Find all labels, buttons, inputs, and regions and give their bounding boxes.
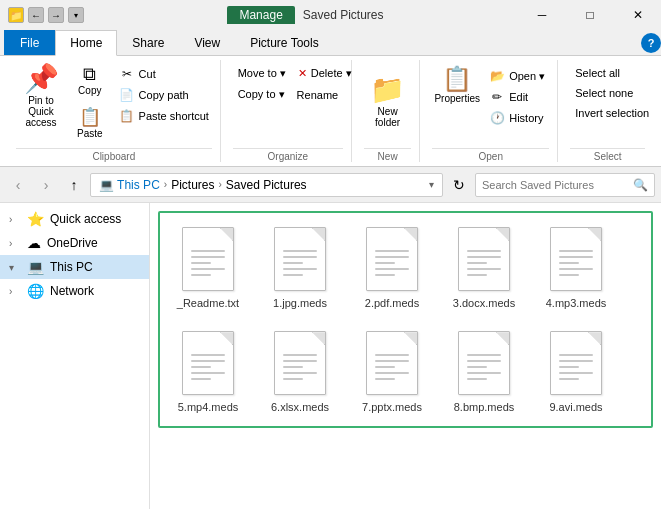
sidebar-item-network[interactable]: › 🌐 Network [0, 279, 149, 303]
sidebar-item-quick-access[interactable]: › ⭐ Quick access [0, 207, 149, 231]
file-name: 7.pptx.meds [362, 400, 422, 414]
file-line-4 [375, 268, 409, 270]
path-dropdown-icon[interactable]: ▾ [429, 179, 434, 190]
file-line-2 [191, 360, 225, 362]
file-line-4 [559, 268, 593, 270]
tab-picture-tools[interactable]: Picture Tools [235, 30, 333, 55]
file-line-5 [467, 274, 487, 276]
pin-button[interactable]: 📌 Pin to Quick access [16, 60, 66, 133]
network-label: Network [50, 284, 94, 298]
file-item[interactable]: 4.mp3.meds [532, 217, 620, 317]
close-button[interactable]: ✕ [615, 0, 661, 30]
new-label: New [364, 148, 411, 162]
search-box[interactable]: 🔍 [475, 173, 655, 197]
delete-icon: ✕ [298, 67, 307, 80]
search-icon[interactable]: 🔍 [633, 178, 648, 192]
select-none-button[interactable]: Select none [570, 84, 645, 102]
file-item[interactable]: 1.jpg.meds [256, 217, 344, 317]
up-button[interactable]: ↑ [62, 173, 86, 197]
path-sep-2: › [219, 179, 222, 190]
file-line-4 [283, 268, 317, 270]
file-icon-wrapper [178, 328, 238, 398]
sidebar: › ⭐ Quick access › ☁ OneDrive ▾ 💻 This P… [0, 203, 150, 509]
file-icon-page [274, 331, 326, 395]
paste-icon: 📋 [79, 108, 101, 126]
tab-file[interactable]: File [4, 30, 55, 55]
cut-button[interactable]: ✂ Cut [114, 64, 214, 84]
history-button[interactable]: 🕐 History [484, 108, 550, 128]
file-icon-wrapper [454, 224, 514, 294]
organize-label: Organize [233, 148, 343, 162]
tab-view[interactable]: View [179, 30, 235, 55]
manage-tab-label[interactable]: Manage [227, 6, 294, 24]
this-pc-expand: ▾ [9, 262, 21, 273]
path-this-pc[interactable]: 💻 This PC [99, 178, 160, 192]
file-line-2 [283, 360, 317, 362]
file-icon-lines [459, 338, 509, 388]
open-button[interactable]: 📂 Open ▾ [484, 66, 550, 86]
select-all-button[interactable]: Select all [570, 64, 645, 82]
sidebar-item-onedrive[interactable]: › ☁ OneDrive [0, 231, 149, 255]
file-item[interactable]: 5.mp4.meds [164, 321, 252, 421]
file-line-5 [559, 378, 579, 380]
file-name: 1.jpg.meds [273, 296, 327, 310]
forward-nav-button[interactable]: › [34, 173, 58, 197]
maximize-button[interactable]: □ [567, 0, 613, 30]
delete-button[interactable]: ✕ Delete ▾ [293, 64, 357, 83]
invert-selection-button[interactable]: Invert selection [570, 104, 645, 122]
file-item[interactable]: 9.avi.meds [532, 321, 620, 421]
file-icon-page [274, 227, 326, 291]
window-icon: 📁 [8, 7, 24, 23]
file-item[interactable]: 2.pdf.meds [348, 217, 436, 317]
file-item[interactable]: 7.pptx.meds [348, 321, 436, 421]
dropdown-icon[interactable]: ▾ [68, 7, 84, 23]
paste-button[interactable]: 📋 Paste [68, 103, 112, 144]
copy-button[interactable]: ⧉ Copy [68, 60, 112, 101]
refresh-button[interactable]: ↻ [447, 173, 471, 197]
main-area: › ⭐ Quick access › ☁ OneDrive ▾ 💻 This P… [0, 203, 661, 509]
quick-access-icon[interactable]: ← [28, 7, 44, 23]
move-to-button[interactable]: Move to ▾ [233, 64, 291, 83]
back-button[interactable]: ‹ [6, 173, 30, 197]
tab-share[interactable]: Share [117, 30, 179, 55]
file-item[interactable]: 3.docx.meds [440, 217, 528, 317]
file-line-1 [467, 354, 501, 356]
copy-path-label: Copy path [139, 89, 189, 101]
select-label: Select [570, 148, 645, 162]
new-folder-button[interactable]: 📁 New folder [363, 71, 413, 133]
tab-home[interactable]: Home [55, 30, 117, 56]
edit-button[interactable]: ✏ Edit [484, 87, 550, 107]
file-item[interactable]: 6.xlsx.meds [256, 321, 344, 421]
rename-button[interactable]: Rename [292, 85, 344, 104]
invert-selection-label: Invert selection [575, 107, 649, 119]
file-line-1 [375, 354, 409, 356]
sidebar-item-this-pc[interactable]: ▾ 💻 This PC [0, 255, 149, 279]
quick-access-icon: ⭐ [27, 211, 44, 227]
file-line-4 [467, 268, 501, 270]
select-none-label: Select none [575, 87, 633, 99]
file-line-3 [559, 262, 579, 264]
file-line-2 [559, 256, 593, 258]
file-item[interactable]: _Readme.txt [164, 217, 252, 317]
copy-to-button[interactable]: Copy to ▾ [233, 85, 290, 104]
file-item[interactable]: 8.bmp.meds [440, 321, 528, 421]
address-path[interactable]: 💻 This PC › Pictures › Saved Pictures ▾ [90, 173, 443, 197]
path-saved-pictures[interactable]: Saved Pictures [226, 178, 307, 192]
file-line-3 [191, 366, 211, 368]
file-name: 2.pdf.meds [365, 296, 419, 310]
file-icon-lines [551, 338, 601, 388]
file-icon-page [458, 227, 510, 291]
file-line-3 [559, 366, 579, 368]
select-group: Select all Select none Invert selection … [562, 60, 653, 162]
path-pictures[interactable]: Pictures [171, 178, 214, 192]
help-icon[interactable]: ? [641, 33, 661, 53]
search-input[interactable] [482, 179, 629, 191]
file-line-3 [283, 262, 303, 264]
forward-icon[interactable]: → [48, 7, 64, 23]
file-icon-lines [183, 234, 233, 284]
new-folder-label: New folder [375, 106, 400, 128]
paste-shortcut-button[interactable]: 📋 Paste shortcut [114, 106, 214, 126]
minimize-button[interactable]: ─ [519, 0, 565, 30]
properties-button[interactable]: 📋 Properties [432, 62, 482, 109]
copy-path-button[interactable]: 📄 Copy path [114, 85, 214, 105]
